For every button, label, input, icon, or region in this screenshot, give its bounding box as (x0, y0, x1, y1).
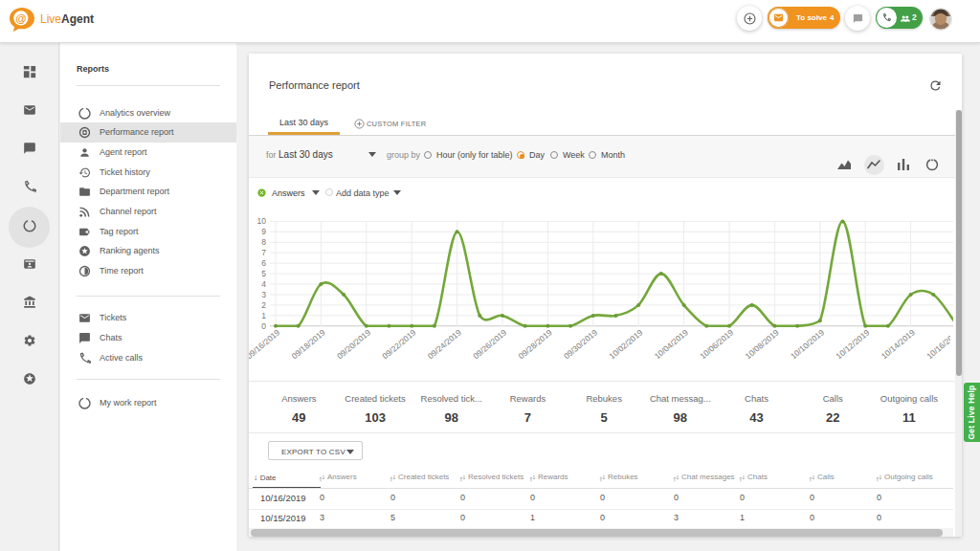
svg-text:09/26/2019: 09/26/2019 (471, 328, 508, 361)
svg-text:2: 2 (261, 300, 266, 310)
svg-text:09/30/2019: 09/30/2019 (562, 328, 599, 361)
svg-text:10/14/2019: 10/14/2019 (880, 328, 917, 361)
svg-text:6: 6 (261, 258, 266, 268)
svg-text:09/18/2019: 09/18/2019 (290, 328, 327, 361)
svg-text:8: 8 (261, 237, 266, 247)
svg-text:7: 7 (261, 248, 266, 257)
svg-text:4: 4 (261, 279, 266, 289)
svg-text:09/22/2019: 09/22/2019 (380, 328, 417, 361)
svg-text:10/04/2019: 10/04/2019 (653, 328, 690, 361)
svg-text:10/12/2019: 10/12/2019 (834, 328, 871, 361)
svg-text:09/16/2019: 09/16/2019 (249, 328, 281, 361)
svg-text:10/10/2019: 10/10/2019 (789, 328, 826, 361)
svg-text:10/08/2019: 10/08/2019 (744, 328, 781, 361)
svg-text:09/20/2019: 09/20/2019 (335, 328, 372, 361)
svg-text:10/06/2019: 10/06/2019 (698, 328, 735, 361)
svg-text:10/16/2019: 10/16/2019 (924, 328, 950, 361)
svg-text:10: 10 (257, 216, 267, 226)
svg-text:10/02/2019: 10/02/2019 (607, 328, 644, 361)
svg-text:09/24/2019: 09/24/2019 (426, 328, 463, 361)
svg-text:@: @ (15, 12, 26, 24)
svg-text:5: 5 (261, 269, 266, 278)
svg-text:1: 1 (261, 311, 266, 320)
svg-text:9: 9 (261, 227, 266, 236)
svg-text:3: 3 (261, 290, 266, 299)
svg-text:09/28/2019: 09/28/2019 (517, 328, 554, 361)
